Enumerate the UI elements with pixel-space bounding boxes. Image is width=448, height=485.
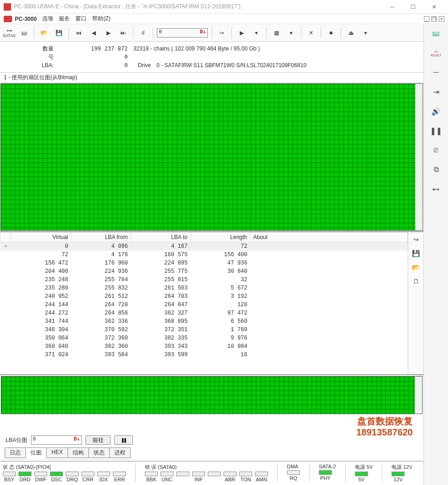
col-lba-to[interactable]: LBA to	[131, 233, 191, 242]
binary-icon[interactable]: ⎚	[429, 145, 442, 156]
table-row[interactable]: 156 472 176 960 224 895 47 936	[0, 259, 408, 267]
close-button[interactable]: ✕	[423, 0, 444, 13]
cell-lba-from: 4 176	[71, 251, 131, 259]
side-save-icon[interactable]: 💾	[411, 249, 421, 258]
tab-state[interactable]: 状态	[88, 447, 110, 458]
menu-options[interactable]: 选项	[42, 15, 53, 23]
table-row[interactable]: ➪ 0 4 096 4 167 72	[0, 242, 408, 251]
exit-icon[interactable]: ⏏	[345, 27, 357, 39]
mdi-minimize-icon[interactable]: _	[424, 16, 429, 22]
play-icon[interactable]: ▶	[236, 27, 248, 39]
cell-lba-to: 255 775	[131, 267, 191, 276]
status-group2-title: 错 误 (SATA0)	[145, 464, 268, 471]
cell-virtual: 0	[12, 242, 71, 251]
tab-hex[interactable]: HEX	[46, 447, 68, 458]
grid-icon[interactable]: #	[137, 27, 149, 39]
pause-side-icon[interactable]: ❚❚	[429, 125, 442, 136]
matrix-icon[interactable]: ▦	[270, 27, 282, 39]
cell-length: 47 936	[191, 259, 250, 267]
chains-table-scroll[interactable]: Virtual LBA from LBA to Length About ➪ 0…	[0, 232, 408, 374]
side-export-icon[interactable]: ↪	[411, 235, 421, 244]
matrix-dropdown-icon[interactable]: ▾	[285, 27, 297, 39]
nav-next-icon[interactable]: ▶	[102, 27, 114, 39]
copy-icon[interactable]: ⧉	[429, 164, 442, 175]
drive-icon[interactable]: 🖴	[18, 27, 30, 39]
cell-length: 97 472	[191, 309, 250, 317]
bottom-pane: 盘首数据恢复 18913587620 LBA位图 0D↓ 前往 ❚❚ 日志 位图…	[0, 374, 423, 461]
goto-button[interactable]: 前往	[86, 435, 111, 445]
table-row[interactable]: 244 272 264 856 362 327 97 472	[0, 309, 408, 317]
nav-prev-icon[interactable]: ◀	[87, 27, 100, 39]
cell-virtual: 244 144	[12, 301, 71, 309]
table-row[interactable]: 244 144 264 720 264 847 128	[0, 301, 408, 309]
lba-bitmap-scrollbar[interactable]	[415, 377, 422, 414]
stop-icon[interactable]: ■	[325, 27, 337, 39]
table-row[interactable]: 350 064 372 360 382 335 9 976	[0, 334, 408, 342]
toolbar: ⊶ SATA0 🖴 📂 💾 ⏮ ◀ ▶ ⏭ # 0D↓ ↪ ▶ ▾ ▦ ▾ ✕ …	[0, 24, 423, 42]
mdi-restore-icon[interactable]: ❐	[431, 16, 437, 22]
col-length[interactable]: Length	[191, 233, 250, 242]
lba-input[interactable]: 0D↓	[157, 28, 208, 38]
port-button[interactable]: ⊶ SATA0	[3, 27, 15, 39]
table-row[interactable]: 72 4 176 160 575 156 400	[0, 251, 408, 259]
led-ABR: ABR	[224, 472, 236, 482]
drive-stack-icon[interactable]: 🖴	[429, 28, 442, 39]
qty-value: 199 237 872	[59, 45, 133, 52]
maximize-button[interactable]: ☐	[403, 0, 423, 13]
table-side-toolbar: ↪ 💾 📂 🗋	[408, 232, 423, 374]
save-file-icon[interactable]: 💾	[53, 27, 65, 39]
pwr12-title: 电源 12V	[392, 464, 412, 471]
table-row[interactable]: 235 248 255 784 255 815 32	[0, 276, 408, 284]
minimize-button[interactable]: ─	[382, 0, 403, 13]
cell-about	[250, 317, 408, 326]
nav-last-icon[interactable]: ⏭	[117, 27, 129, 39]
lba-bitmap[interactable]: 盘首数据恢复 18913587620	[1, 376, 423, 414]
play-dropdown-icon[interactable]: ▾	[250, 27, 262, 39]
nav-first-icon[interactable]: ⏮	[73, 27, 85, 39]
section-title: 1 - 使用的扇区位图(从Bitmap)	[0, 73, 423, 83]
audio-icon[interactable]: 🔊	[429, 106, 442, 117]
cell-length: 6 560	[191, 317, 250, 326]
exit-dropdown-icon[interactable]: ▾	[360, 27, 372, 39]
bitmap-scrollbar[interactable]	[415, 84, 423, 230]
cell-length: 9 976	[191, 334, 250, 342]
sector-bitmap[interactable]	[0, 83, 423, 231]
tab-log[interactable]: 日志	[5, 447, 26, 458]
led-CRR: CRR	[81, 472, 94, 482]
pause-button[interactable]: ❚❚	[114, 435, 133, 445]
tab-struct[interactable]: 结构	[68, 447, 89, 458]
reset-button[interactable]: ▭RESET	[429, 47, 442, 58]
cell-lba-to: 264 847	[131, 301, 191, 309]
cell-length: 3 192	[191, 292, 250, 301]
table-row[interactable]: 348 304 370 592 372 351 1 760	[0, 326, 408, 334]
mdi-close-icon[interactable]: ×	[439, 16, 444, 22]
export-icon[interactable]: ↪	[216, 27, 228, 39]
side-open-icon[interactable]: 📂	[411, 263, 421, 272]
open-file-icon[interactable]: 📂	[38, 27, 50, 39]
table-row[interactable]: 371 024 393 584 393 599 16	[0, 351, 408, 359]
menu-help[interactable]: 帮助(Z)	[92, 15, 110, 23]
cell-about	[250, 251, 408, 259]
table-row[interactable]: 240 952 261 512 264 703 3 192	[0, 292, 408, 301]
table-row[interactable]: 204 408 224 936 255 775 30 840	[0, 267, 408, 276]
table-row[interactable]: 235 280 255 832 261 503 5 672	[0, 284, 408, 292]
col-virtual[interactable]: Virtual	[12, 233, 71, 242]
transfer-icon[interactable]: ⇥	[429, 86, 442, 97]
side-doc-icon[interactable]: 🗋	[411, 277, 421, 286]
led-DSC: DSC	[50, 472, 63, 482]
lba-bitmap-input[interactable]: 0D↓	[31, 435, 82, 445]
tab-proc[interactable]: 进程	[109, 447, 131, 458]
tab-bitmap[interactable]: 位图	[25, 447, 47, 458]
menu-window[interactable]: 窗口	[75, 15, 87, 23]
cell-about	[250, 284, 408, 292]
table-row[interactable]: 341 744 362 336 368 895 6 560	[0, 317, 408, 326]
connector-icon[interactable]: ⊷	[429, 183, 442, 195]
table-row[interactable]: 360 040 382 360 393 343 10 984	[0, 342, 408, 351]
tools-icon[interactable]: ✕	[305, 27, 317, 39]
col-lba-from[interactable]: LBA from	[71, 233, 131, 242]
col-about[interactable]: About	[250, 233, 408, 242]
menu-service[interactable]: 服务	[59, 15, 70, 23]
drive-label: Drive	[133, 62, 156, 69]
cell-length: 128	[191, 301, 250, 309]
led-12v: 12V	[392, 472, 404, 482]
